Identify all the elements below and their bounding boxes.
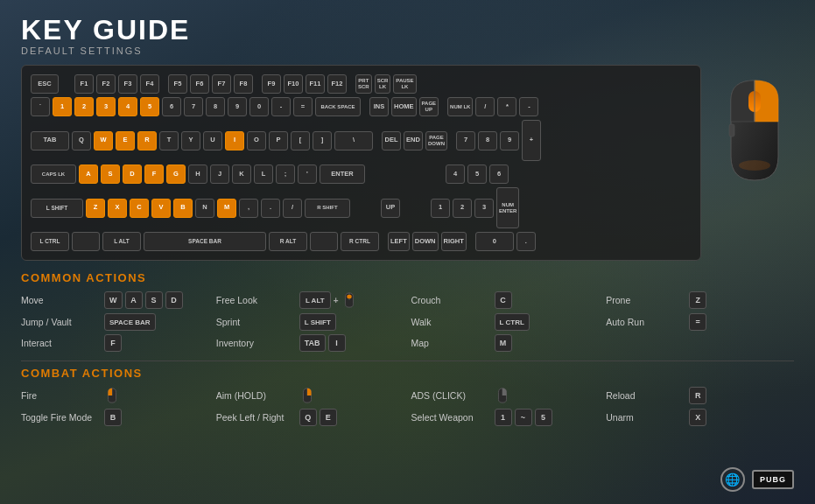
key-f5[interactable]: F5 [168,74,187,94]
key-num3[interactable]: 3 [474,199,494,218]
key-backslash[interactable]: \ [334,131,373,150]
akey-c[interactable]: C [495,291,512,309]
key-num0[interactable]: 0 [475,232,514,251]
akey-x[interactable]: X [689,409,706,426]
key-9[interactable]: 9 [228,97,247,116]
key-lwin[interactable] [72,232,100,251]
key-f7[interactable]: F7 [212,74,231,94]
key-e[interactable]: E [116,131,135,150]
key-k[interactable]: K [232,164,251,184]
key-backspace[interactable]: BACK SPACE [315,97,361,116]
akey-f[interactable]: F [104,334,122,352]
akey-a[interactable]: A [125,291,143,309]
globe-icon[interactable]: 🌐 [720,467,745,492]
key-down[interactable]: DOWN [412,232,439,251]
key-semicolon[interactable]: ; [276,164,295,184]
key-ins[interactable]: INS [369,97,389,116]
key-n[interactable]: N [195,199,214,218]
akey-q[interactable]: Q [299,409,317,426]
key-caps[interactable]: CAPS LK [31,164,76,184]
key-7[interactable]: 7 [184,97,203,116]
key-j[interactable]: J [210,164,229,184]
key-backtick[interactable]: ` [31,97,50,116]
key-f9[interactable]: F9 [262,74,281,94]
key-num1[interactable]: 1 [431,199,450,218]
key-rbracket[interactable]: ] [313,131,332,150]
key-pause[interactable]: PAUSELK [393,74,416,94]
key-del[interactable]: DEL [382,131,401,150]
key-num-plus[interactable]: + [522,120,541,161]
key-num6[interactable]: 6 [489,164,509,184]
key-f8[interactable]: F8 [234,74,253,94]
key-home[interactable]: HOME [391,97,417,116]
key-page-up[interactable]: PAGEUP [419,97,439,116]
key-i[interactable]: I [225,131,244,150]
akey-lctrl[interactable]: L CTRL [495,313,530,331]
akey-space[interactable]: SPACE BAR [104,313,156,331]
key-2[interactable]: 2 [74,97,94,116]
key-r[interactable]: R [137,131,157,150]
key-lbracket[interactable]: [ [291,131,310,150]
key-up[interactable]: UP [381,199,400,218]
key-g[interactable]: G [166,164,186,184]
key-w[interactable]: W [94,131,113,150]
key-space[interactable]: SPACE BAR [144,232,266,251]
akey-i[interactable]: I [328,334,346,352]
key-c[interactable]: C [130,199,149,218]
key-z[interactable]: Z [86,199,105,218]
key-f4[interactable]: F4 [140,74,159,94]
key-o[interactable]: O [247,131,266,150]
akey-e[interactable]: E [320,409,337,426]
key-0[interactable]: 0 [249,97,269,116]
key-lshift[interactable]: L SHIFT [31,199,83,218]
key-f12[interactable]: F12 [327,74,347,94]
key-tab[interactable]: TAB [31,131,69,150]
key-m[interactable]: M [217,199,236,218]
key-esc[interactable]: ESC [31,74,59,94]
key-h[interactable]: H [188,164,207,184]
akey-5[interactable]: 5 [535,409,552,426]
key-a[interactable]: A [79,164,98,184]
key-lalt[interactable]: L ALT [102,232,141,251]
key-d[interactable]: D [123,164,142,184]
akey-1-weapon[interactable]: 1 [495,409,512,426]
akey-lshift[interactable]: L SHIFT [299,313,336,331]
key-num-slash[interactable]: / [475,97,495,116]
key-minus[interactable]: - [271,97,291,116]
key-page-dn[interactable]: PAGEDOWN [425,131,447,150]
akey-equals[interactable]: = [689,313,706,331]
key-f3[interactable]: F3 [118,74,137,94]
key-num8[interactable]: 8 [478,131,497,150]
key-num5[interactable]: 5 [467,164,487,184]
key-comma[interactable]: , [239,199,258,218]
key-s[interactable]: S [101,164,120,184]
key-num9[interactable]: 9 [500,131,519,150]
key-rshift[interactable]: R SHIFT [305,199,350,218]
akey-tab[interactable]: TAB [299,334,326,352]
key-f11[interactable]: F11 [306,74,325,94]
key-prt-scr[interactable]: PRTSCR [355,74,372,94]
akey-d[interactable]: D [165,291,183,309]
key-f1[interactable]: F1 [74,74,94,94]
key-numdot[interactable]: . [516,232,536,251]
key-num7[interactable]: 7 [456,131,475,150]
key-lctrl[interactable]: L CTRL [31,232,69,251]
key-6[interactable]: 6 [162,97,181,116]
akey-w[interactable]: W [104,291,123,309]
key-x[interactable]: X [108,199,127,218]
key-q[interactable]: Q [72,131,91,150]
akey-b[interactable]: B [104,409,122,426]
key-rwin[interactable] [310,232,338,251]
key-p[interactable]: P [269,131,288,150]
key-quote[interactable]: ' [298,164,317,184]
key-num4[interactable]: 4 [446,164,465,184]
key-num-lk[interactable]: NUM LK [447,97,473,116]
key-left[interactable]: LEFT [388,232,410,251]
akey-z[interactable]: Z [689,291,706,309]
key-5[interactable]: 5 [140,97,159,116]
key-enter[interactable]: ENTER [320,164,365,184]
key-t[interactable]: T [159,131,179,150]
akey-lalt[interactable]: L ALT [299,291,331,309]
key-ralt[interactable]: R ALT [269,232,307,251]
key-b[interactable]: B [173,199,193,218]
